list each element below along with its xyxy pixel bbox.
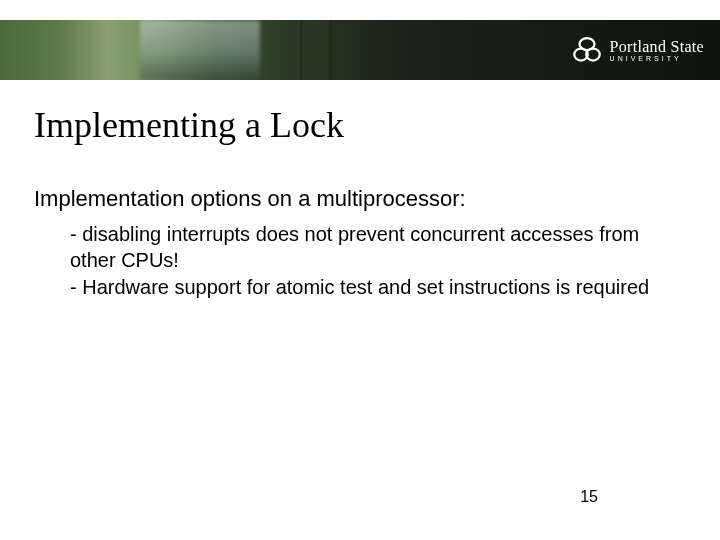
page-number: 15 [580, 488, 598, 506]
brand-subname: UNIVERSITY [610, 55, 704, 62]
bullet-1: - disabling interrupts does not prevent … [70, 222, 660, 273]
slide: Portland State UNIVERSITY Implementing a… [0, 0, 720, 540]
header-banner: Portland State UNIVERSITY [0, 20, 720, 80]
bullet-2: - Hardware support for atomic test and s… [70, 275, 660, 301]
slide-title: Implementing a Lock [34, 104, 344, 146]
logo-text: Portland State UNIVERSITY [610, 39, 704, 62]
university-logo: Portland State UNIVERSITY [572, 35, 704, 65]
slide-subhead: Implementation options on a multiprocess… [34, 186, 680, 212]
interlock-icon [572, 35, 602, 65]
brand-name: Portland State [610, 39, 704, 55]
slide-body: - disabling interrupts does not prevent … [70, 222, 660, 303]
